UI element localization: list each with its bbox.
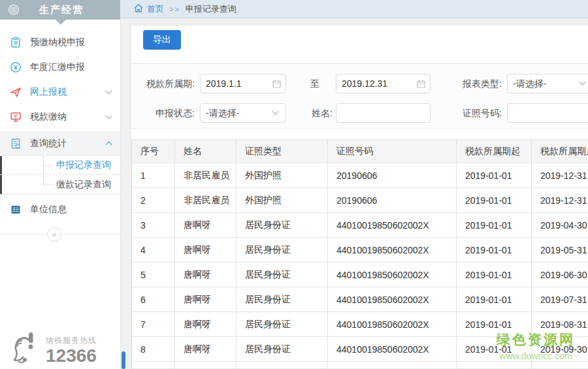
home-icon (134, 4, 143, 14)
table-cell: 外国护照 (237, 188, 328, 213)
table-cell (328, 362, 457, 369)
table-cell (237, 362, 328, 369)
table-cell: 唐啊呀 (175, 312, 237, 337)
chevron-down-icon (272, 108, 279, 115)
table-cell: 唐啊呀 (175, 263, 237, 287)
name-input[interactable] (336, 103, 431, 123)
table-cell: 7 (132, 312, 175, 337)
table-cell: 居民身份证 (237, 213, 328, 238)
sidebar-item-payment-record-query[interactable]: 缴款记录查询 (0, 175, 120, 194)
table-row[interactable]: 5唐啊呀居民身份证44010019850602002X2019-01-01201… (132, 263, 588, 287)
sidebar-collapse-button[interactable]: « (47, 227, 61, 242)
sidebar-item-unit-info[interactable]: 单位信息 (0, 197, 120, 222)
table-cell: 44010019850602002X (328, 287, 457, 312)
col-header-cert-type: 证照类型 (237, 140, 328, 163)
breadcrumb: 首页 >> 申报记录查询 (121, 0, 588, 18)
sidebar-item-tax-payment[interactable]: 税款缴纳 (0, 104, 120, 129)
table-cell: 非居民雇员 (175, 188, 237, 213)
sidebar-item-label: 单位信息 (30, 204, 111, 216)
period-label: 税款所属期: (131, 74, 195, 93)
status-select[interactable]: -请选择- (200, 103, 286, 123)
table-cell: 20190606 (328, 188, 457, 213)
report-type-select[interactable]: -请选择- (507, 74, 588, 93)
export-button[interactable]: 导出 (143, 30, 181, 50)
name-label: 姓名: (287, 103, 333, 123)
chevron-down-icon (106, 88, 112, 95)
sidebar-item-declare-record-query[interactable]: 申报记录查询 (0, 156, 120, 175)
cert-no-label: 证照号码: (449, 103, 502, 123)
app-window: { "sidebar": { "title": "生产经营", "items":… (0, 0, 588, 369)
breadcrumb-home-link[interactable]: 首页 (147, 3, 164, 15)
col-header-period-start: 税款所属期起 (457, 140, 532, 163)
table-row-partial (132, 362, 588, 369)
sidebar-item-label: 网上报税 (30, 86, 106, 98)
table-cell: 居民身份证 (237, 263, 328, 287)
sidebar-item-label: 查询统计 (30, 138, 106, 150)
table-cell: 2019-01-01 (457, 287, 532, 312)
table-body: 1非居民雇员外国护照201906062019-01-012019-12-312非… (132, 163, 588, 369)
scrollbar-thumb[interactable] (122, 351, 125, 369)
table-cell: 6 (132, 287, 175, 312)
table-cell: 2 (132, 188, 175, 213)
calendar-icon (272, 79, 281, 91)
table-row[interactable]: 1非居民雇员外国护照201906062019-01-012019-12-31 (132, 163, 588, 188)
sidebar-menu: 预缴纳税申报 年度汇缴申报 网上报税 税款缴纳 (0, 20, 120, 234)
table-cell: 唐啊呀 (175, 238, 237, 263)
cert-no-input[interactable] (507, 103, 588, 123)
table-cell: 20190606 (328, 163, 457, 188)
table-row[interactable]: 6唐啊呀居民身份证44010019850602002X2019-01-01201… (132, 287, 588, 312)
table-cell: 3 (132, 213, 175, 238)
sidebar-item-label: 年度汇缴申报 (30, 61, 111, 73)
report-type-label: 报表类型: (456, 74, 502, 93)
sidebar-divider: « (0, 234, 120, 234)
calendar-icon (417, 79, 425, 91)
table-row[interactable]: 4唐啊呀居民身份证44010019850602002X2019-01-01201… (132, 238, 588, 263)
table-cell: 居民身份证 (237, 238, 328, 263)
breadcrumb-separator: >> (169, 5, 180, 13)
col-header-period-end: 税款所属期止 (532, 140, 588, 163)
sidebar-title: 生产经营 (20, 4, 103, 16)
table-cell: 唐啊呀 (175, 337, 237, 362)
table-row[interactable]: 8唐啊呀居民身份证44010019850602002X2019-01-01201… (132, 337, 588, 362)
table-cell: 2019-05-31 (532, 238, 588, 263)
table-cell: 非居民雇员 (175, 163, 237, 188)
sidebar: 生产经营 预缴纳税申报 年度汇缴申报 网上报税 税款缴纳 (0, 0, 121, 369)
sidebar-item-query-stats[interactable]: 查询统计 (0, 131, 120, 156)
sidebar-item-annual-declare[interactable]: 年度汇缴申报 (0, 55, 120, 80)
table-cell: 2019-07-31 (532, 287, 588, 312)
table-cell: 44010019850602002X (328, 312, 457, 337)
table-cell (132, 362, 175, 369)
table-row[interactable]: 3唐啊呀居民身份证44010019850602002X2019-01-01201… (132, 213, 588, 238)
chevron-down-icon (580, 79, 586, 86)
table-cell (532, 362, 588, 369)
monitor-pay-icon (9, 111, 22, 123)
app-emblem-icon (8, 4, 20, 16)
table-cell: 2019-12-31 (532, 163, 588, 188)
submenu-query-stats: 申报记录查询 缴款记录查询 (0, 156, 120, 194)
sidebar-item-label: 税款缴纳 (30, 111, 106, 123)
sidebar-item-prepay-declare[interactable]: 预缴纳税申报 (0, 30, 120, 55)
table-cell: 44010019850602002X (328, 238, 457, 263)
breadcrumb-current: 申报记录查询 (186, 3, 237, 15)
table-cell: 2019-09-30 (532, 337, 588, 362)
table-cell: 2019-12-31 (532, 188, 588, 213)
table-cell: 2019-01-01 (457, 312, 532, 337)
header-caret (56, 20, 66, 25)
table-cell: 2019-01-01 (457, 238, 532, 263)
hotline-label: 纳税服务热线 (46, 335, 97, 346)
table-cell: 唐啊呀 (175, 287, 237, 312)
table-cell: 4 (132, 238, 175, 263)
records-table: 序号 姓名 证照类型 证照号码 税款所属期起 税款所属期止 1非居民雇员外国护照… (131, 139, 588, 369)
table-row[interactable]: 7唐啊呀居民身份证44010019850602002X2019-01-01201… (132, 312, 588, 337)
report-type-value: -请选择- (513, 78, 546, 89)
table-row[interactable]: 2非居民雇员外国护照201906062019-01-012019-12-31 (132, 188, 588, 213)
table-cell: 1 (132, 163, 175, 188)
yen-coin-icon (9, 61, 22, 73)
table-cell: 居民身份证 (237, 287, 328, 312)
table-cell: 44010019850602002X (328, 213, 457, 238)
table-cell: 2019-01-01 (457, 163, 532, 188)
table-cell (457, 362, 532, 369)
sidebar-item-online-tax[interactable]: 网上报税 (0, 80, 120, 104)
table-cell: 8 (132, 337, 175, 362)
chevron-up-icon (106, 141, 112, 148)
